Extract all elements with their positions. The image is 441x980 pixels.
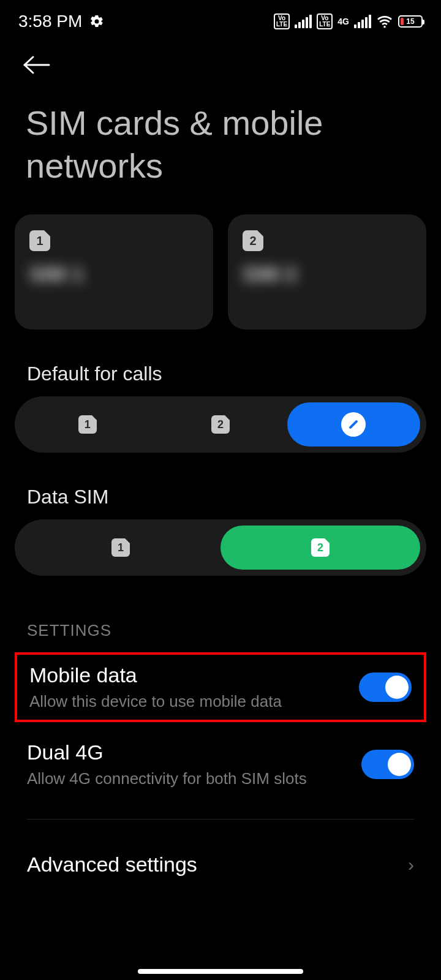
mobile-data-desc: Allow this device to use mobile data [29, 692, 347, 711]
sim-1-carrier: SIM 1 [29, 262, 198, 286]
gear-icon [89, 14, 104, 29]
default-calls-ask[interactable] [287, 402, 420, 447]
mobile-data-title: Mobile data [29, 663, 347, 687]
status-time: 3:58 PM [18, 12, 82, 31]
data-sim-1[interactable]: 1 [21, 526, 221, 570]
signal-icon-2 [354, 15, 371, 28]
settings-group-label: SETTINGS [0, 576, 441, 647]
volte-icon-2: VoLTE [317, 13, 333, 29]
data-sim-label: Data SIM [0, 453, 441, 519]
network-4g-label: 4G [337, 17, 349, 26]
sim-icon: 2 [311, 538, 330, 557]
default-calls-sim1[interactable]: 1 [21, 402, 154, 447]
advanced-settings-row[interactable]: Advanced settings › [0, 837, 441, 883]
sim-icon: 1 [111, 538, 130, 557]
home-indicator[interactable] [138, 969, 303, 974]
dual-4g-title: Dual 4G [27, 741, 349, 764]
battery-icon: 15 [398, 15, 423, 28]
sim-chip-icon-2: 2 [243, 230, 263, 251]
dual-4g-toggle[interactable] [361, 750, 414, 779]
back-button[interactable] [21, 54, 53, 78]
default-calls-sim2[interactable]: 2 [154, 402, 287, 447]
data-sim-2[interactable]: 2 [221, 526, 420, 570]
sim-chip-icon-1: 1 [29, 230, 50, 251]
sim-icon: 2 [211, 415, 230, 434]
default-calls-selector: 1 2 [15, 396, 426, 453]
sim-card-2[interactable]: 2 SIM 2 [228, 214, 426, 330]
data-sim-selector: 1 2 [15, 519, 426, 576]
divider [27, 819, 414, 820]
not-set-icon [341, 412, 366, 437]
dual-4g-row[interactable]: Dual 4G Allow 4G connectivity for both S… [0, 727, 441, 802]
volte-icon-1: VoLTE [274, 13, 290, 29]
signal-icon-1 [295, 15, 312, 28]
page-title: SIM cards & mobile networks [0, 78, 441, 194]
mobile-data-row[interactable]: Mobile data Allow this device to use mob… [15, 652, 426, 722]
battery-percent: 15 [399, 17, 421, 26]
chevron-right-icon: › [408, 854, 414, 875]
advanced-settings-title: Advanced settings [27, 853, 197, 876]
default-calls-label: Default for calls [0, 330, 441, 396]
sim-2-carrier: SIM 2 [243, 262, 412, 286]
mobile-data-toggle[interactable] [359, 673, 412, 702]
sim-card-1[interactable]: 1 SIM 1 [15, 214, 213, 330]
sim-icon: 1 [78, 415, 97, 434]
svg-point-0 [383, 26, 386, 28]
sim-cards-container: 1 SIM 1 2 SIM 2 [0, 194, 441, 330]
wifi-icon [376, 15, 393, 28]
status-bar: 3:58 PM VoLTE VoLTE 4G 15 [0, 0, 441, 43]
dual-4g-desc: Allow 4G connectivity for both SIM slots [27, 769, 349, 788]
